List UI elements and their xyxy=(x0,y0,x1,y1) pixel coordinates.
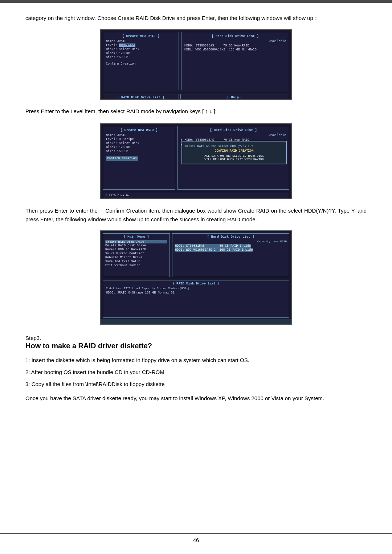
s3-menu-item-5: Rebuild Mirror Drive xyxy=(105,256,167,259)
s1-raid-list-title: [ RAID Disk Drive List ] xyxy=(105,96,176,99)
screen3-wrap: [ Main Menu ] Create RAID Disk Drive Del… xyxy=(101,231,291,324)
screen1-bottom-panels: [ RAID Disk Drive List ] [ Help ] Select… xyxy=(101,94,291,100)
screen1-wrap: [ Create New RAID ] Name: JRAID Level: 0… xyxy=(101,30,291,99)
s3-hdd0-line: HDD0: ST380815AS 80 GB RAID Inside xyxy=(175,244,287,248)
step3-list: 1: Insert the diskette which is being fo… xyxy=(25,355,367,389)
s1-line4: Block: 128 KB xyxy=(106,52,176,55)
s1-level-highlight: 0-Stripe xyxy=(119,44,135,47)
content-area: category on the right window. Choose Cre… xyxy=(0,3,392,424)
screen2-right-title: [ Hard Disk Drive List ] xyxy=(181,128,286,132)
step3-note: Once you have the SATA driver diskette r… xyxy=(25,394,367,403)
s2-dialog-title: CONFIRM RAID CREATION xyxy=(185,149,283,153)
s3-menu-item-1: Create RAID Disk Drive xyxy=(105,240,167,243)
screen2-top: [ Create New RAID ] Name: JRAID Level: 0… xyxy=(101,124,291,192)
screenshot-1-container: [ Create New RAID ] Name: JRAID Level: 0… xyxy=(25,29,367,100)
screen2-wrap: [ Create New RAID ] Name: JRAID Level: 0… xyxy=(101,124,291,198)
s1-hdd0: HDD0: ST380815AS 79 GB Non-RAID xyxy=(184,44,286,48)
screen1-panels: [ Create New RAID ] Name: JRAID Level: 0… xyxy=(101,30,291,93)
s2-block: Block: 128 KB xyxy=(106,145,172,149)
s1-line5: Size: 159 GB xyxy=(106,56,176,59)
screen2-bottom-panel: [ RAID Disk Dr xyxy=(103,192,289,199)
screen1-raid-list: [ RAID Disk Drive List ] xyxy=(103,94,179,100)
screen2-right: [ Hard Disk Drive List ] Available ▶ HDD… xyxy=(177,126,289,190)
s1-line2: Level: 0-Stripe xyxy=(106,44,176,47)
s3-menu-item-6: Save And Exit Setup xyxy=(105,260,167,263)
s2-dialog-line1: Create RAID on the select HDD (Y/N) ? Y xyxy=(185,144,283,148)
step3-item3: 3: Copy all the files from \Intel\RAIDDi… xyxy=(25,379,367,389)
screen3-bottom: [ RAID Disk Drive List ] Model Name RAID… xyxy=(101,280,291,319)
s2-disks: Disks: Select Disk xyxy=(106,141,172,145)
s3-menu-item-3: Revert HDD to Non-RAID xyxy=(105,248,167,251)
screenshot-2: [ Create New RAID ] Name: JRAID Level: 0… xyxy=(100,123,292,199)
screen3-main-menu: [ Main Menu ] Create RAID Disk Drive Del… xyxy=(103,233,170,277)
s3-hdd1-span: HDD1: WDC WD16000AJS-2 168 GB RAID Insid… xyxy=(175,248,253,252)
screen3-raid-list: [ RAID Disk Drive List ] Model Name RAID… xyxy=(103,280,289,318)
screen1-left-title: [ Create New RAID ] xyxy=(106,34,176,38)
screen1-right-panel: [ Hard Disk Drive List ] Available HDD0:… xyxy=(181,32,289,90)
screen1-help-panel: [ Help ] Select RAID Level RAID 0 - Data… xyxy=(180,94,289,100)
screen2-left-title: [ Create New RAID ] xyxy=(106,128,172,132)
s2-size: Size: 159 GB xyxy=(106,149,172,153)
s3-hdd-title: [ Hard Disk Drive List ] xyxy=(175,235,287,239)
s1-confirm: Confirm Creation xyxy=(106,62,176,66)
screenshot-2-container: [ Create New RAID ] Name: JRAID Level: 0… xyxy=(25,123,367,199)
screen3-hdd-list: [ Hard Disk Drive List ] Capacity Non-RA… xyxy=(172,233,289,277)
step3-item1: 1: Insert the diskette which is being fo… xyxy=(25,355,367,365)
screen3-status xyxy=(101,319,291,325)
screen3-top: [ Main Menu ] Create RAID Disk Drive Del… xyxy=(101,231,291,279)
screen2-left: [ Create New RAID ] Name: JRAID Level: 0… xyxy=(103,126,175,190)
screen1-left-panel: [ Create New RAID ] Name: JRAID Level: 0… xyxy=(103,32,179,90)
s3-hdd-status: Capacity Non-RAID xyxy=(175,240,287,243)
page: category on the right window. Choose Cre… xyxy=(0,0,392,554)
intro-paragraph: category on the right window. Choose Cre… xyxy=(25,14,367,22)
top-border xyxy=(0,0,392,3)
screen1-right-title: [ Hard Disk Drive List ] xyxy=(184,34,286,38)
s3-main-title: [ Main Menu ] xyxy=(105,235,167,239)
step3-title: How to make a RAID driver diskette? xyxy=(25,342,367,350)
s1-line3: Disks: Select Disk xyxy=(106,48,176,51)
step3-label: Step3. xyxy=(25,335,367,341)
s2-confirm-highlight: Confirm Creation xyxy=(106,156,138,161)
screenshot-1: [ Create New RAID ] Name: JRAID Level: 0… xyxy=(100,29,292,100)
s1-hdd1: HDD1: WDC WD16000AJS-2 168 GB Non-RAID xyxy=(184,48,286,52)
s3-cols: Model Name RAID Level Capacity Status Me… xyxy=(106,287,286,290)
screenshot-3-container: [ Main Menu ] Create RAID Disk Drive Del… xyxy=(25,230,367,325)
s3-hdd1-line: HDD1: WDC WD16000AJS-2 168 GB RAID Insid… xyxy=(175,248,287,252)
nav-note: Press Enter to the Level item, then sele… xyxy=(25,107,367,116)
screen2-confirm-dialog: Create RAID on the select HDD (Y/N) ? Y … xyxy=(181,141,287,164)
s3-menu-item-4: Solve Mirror Conflict xyxy=(105,252,167,255)
step3-item2: 2: After booting OS insert the bundle CD… xyxy=(25,367,367,377)
screenshot-3: [ Main Menu ] Create RAID Disk Drive Del… xyxy=(100,230,292,325)
s2-warning1: ALL DATA ON THE SELECTED HARD DISK xyxy=(185,154,283,157)
s1-help-title: [ Help ] xyxy=(184,96,286,99)
s2-available: Available xyxy=(181,134,286,137)
screen1-available: Available xyxy=(184,40,286,43)
s3-hdd0-span: HDD0: ST380815AS 80 GB RAID Inside xyxy=(175,244,251,248)
s2-warning2: WILL BE LOST WHEN EXIT WITH SAVING xyxy=(185,157,283,161)
page-number: 46 xyxy=(0,532,392,547)
s2-raid-list-title: [ RAID Disk Dr xyxy=(105,194,130,197)
s2-level: Level: 0-Stripe xyxy=(106,138,172,141)
s3-raid-title: [ RAID Disk Drive List ] xyxy=(106,282,286,286)
s3-raid-row: HDD0: JRAID 0-Stripe 159 GB Normal 01 xyxy=(106,291,286,295)
s1-line1: Name: JRAID xyxy=(106,40,176,43)
step3-heading: Step3. How to make a RAID driver diskett… xyxy=(25,335,367,350)
s2-name: Name: JRAID xyxy=(106,134,172,137)
confirm-paragraph: Then press Enter to enter the Confirm Cr… xyxy=(25,206,367,224)
s3-menu-item-2: Delete RAID Disk Drive xyxy=(105,244,167,247)
s3-menu-item-7: Exit Without Saving xyxy=(105,264,167,267)
